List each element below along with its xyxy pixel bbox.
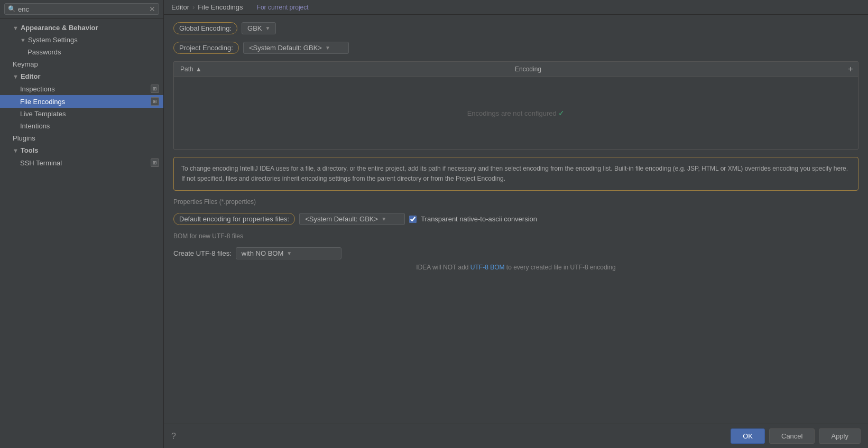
- transparent-checkbox-row: Transparent native-to-ascii conversion: [409, 215, 537, 223]
- table-empty-message: Encodings are not configured ✓: [174, 77, 858, 149]
- sidebar-item-keymap[interactable]: Keymap: [0, 58, 163, 70]
- breadcrumb-separator: ›: [192, 3, 195, 11]
- search-input-wrap[interactable]: 🔍 ✕: [4, 3, 159, 15]
- expand-arrow-system: ▼: [20, 37, 26, 43]
- sidebar: 🔍 ✕ ▼ Appearance & Behavior ▼ System Set…: [0, 0, 164, 448]
- cancel-button[interactable]: Cancel: [769, 428, 815, 444]
- global-encoding-dropdown-arrow: ▼: [265, 25, 270, 31]
- footer-buttons: OK Cancel Apply: [731, 428, 861, 444]
- project-encoding-label: Project Encoding:: [173, 42, 239, 54]
- ok-button[interactable]: OK: [731, 428, 765, 444]
- properties-section: Properties Files (*.properties) Default …: [173, 198, 858, 225]
- global-encoding-value: GBK: [247, 24, 262, 32]
- table-header: Path ▲ Encoding +: [174, 62, 858, 77]
- add-icon: +: [848, 64, 853, 74]
- content-body: Global Encoding: GBK ▼ Project Encoding:…: [164, 15, 868, 424]
- ssh-badge: ⊞: [151, 158, 159, 167]
- properties-section-title: Properties Files (*.properties): [173, 198, 858, 206]
- sidebar-item-editor[interactable]: ▼ Editor: [0, 70, 163, 82]
- sidebar-item-editor-label: Editor: [21, 72, 41, 80]
- create-utf8-arrow: ▼: [287, 250, 292, 256]
- content-area: Editor › File Encodings For current proj…: [164, 0, 868, 448]
- default-encoding-label: Default encoding for properties files:: [173, 213, 295, 225]
- properties-encoding-arrow: ▼: [381, 216, 386, 222]
- sidebar-item-passwords[interactable]: Passwords: [0, 46, 163, 58]
- sidebar-item-plugins[interactable]: Plugins: [0, 132, 163, 144]
- create-utf8-label: Create UTF-8 files:: [173, 249, 232, 257]
- transparent-label: Transparent native-to-ascii conversion: [421, 215, 537, 223]
- sidebar-item-system-settings-label: System Settings: [28, 36, 78, 44]
- properties-encoding-dropdown[interactable]: <System Default: GBK> ▼: [299, 213, 405, 225]
- sidebar-item-inspections[interactable]: Inspections ⊞: [0, 82, 163, 95]
- breadcrumb-parent: Editor: [171, 3, 189, 11]
- info-box: To change encoding IntelliJ IDEA uses fo…: [173, 157, 858, 191]
- utf-note: IDEA will NOT add UTF-8 BOM to every cre…: [173, 264, 858, 271]
- sidebar-item-intentions-label: Intentions: [20, 122, 50, 130]
- col-encoding-label: Encoding: [515, 66, 541, 73]
- note-link[interactable]: UTF-8 BOM: [470, 264, 505, 271]
- sidebar-item-file-encodings[interactable]: File Encodings ⊞: [0, 95, 163, 108]
- expand-arrow-appearance: ▼: [13, 25, 19, 31]
- project-encoding-dropdown-arrow: ▼: [325, 45, 330, 51]
- add-row-button[interactable]: +: [843, 62, 858, 77]
- global-encoding-label: Global Encoding:: [173, 22, 237, 34]
- transparent-checkbox[interactable]: [409, 216, 417, 223]
- sidebar-item-live-templates[interactable]: Live Templates: [0, 108, 163, 120]
- search-input[interactable]: [18, 5, 149, 13]
- col-encoding: Encoding: [509, 62, 843, 77]
- edit-icon: ✓: [558, 109, 565, 117]
- for-current-project-link[interactable]: For current project: [257, 4, 309, 11]
- nav-tree: ▼ Appearance & Behavior ▼ System Setting…: [0, 18, 163, 172]
- col-path-label: Path: [180, 66, 193, 73]
- project-encoding-row: Project Encoding: <System Default: GBK> …: [173, 42, 858, 54]
- create-utf8-value: with NO BOM: [242, 249, 283, 257]
- global-encoding-dropdown[interactable]: GBK ▼: [242, 22, 276, 34]
- sidebar-item-ssh-terminal-label: SSH Terminal: [20, 159, 62, 167]
- sidebar-item-appearance[interactable]: ▼ Appearance & Behavior: [0, 22, 163, 34]
- sidebar-item-ssh-terminal[interactable]: SSH Terminal ⊞: [0, 156, 163, 169]
- search-bar: 🔍 ✕: [0, 0, 163, 18]
- note-suffix: to every created file in UTF-8 encoding: [505, 264, 616, 271]
- inspections-badge: ⊞: [151, 85, 159, 93]
- sidebar-item-tools-label: Tools: [21, 146, 39, 154]
- expand-arrow-editor: ▼: [13, 73, 19, 80]
- file-encodings-badge: ⊞: [151, 97, 159, 106]
- col-path: Path ▲: [174, 62, 509, 77]
- create-utf8-row: Create UTF-8 files: with NO BOM ▼: [173, 247, 858, 259]
- sidebar-item-system-settings[interactable]: ▼ System Settings: [0, 34, 163, 46]
- sidebar-item-tools[interactable]: ▼ Tools: [0, 144, 163, 156]
- search-icon: 🔍: [8, 5, 16, 13]
- sort-asc-icon[interactable]: ▲: [196, 66, 202, 73]
- sidebar-item-plugins-label: Plugins: [13, 134, 35, 142]
- empty-text: Encodings are not configured: [467, 109, 557, 117]
- breadcrumb: Editor › File Encodings For current proj…: [164, 0, 868, 15]
- sidebar-item-live-templates-label: Live Templates: [20, 110, 66, 118]
- sidebar-item-appearance-label: Appearance & Behavior: [21, 24, 98, 32]
- breadcrumb-current: File Encodings: [198, 3, 243, 11]
- bom-section-title: BOM for new UTF-8 files: [173, 232, 858, 240]
- encodings-table: Path ▲ Encoding + Encodings are not conf…: [173, 61, 858, 150]
- create-utf8-dropdown[interactable]: with NO BOM ▼: [236, 247, 341, 259]
- footer: ? OK Cancel Apply: [164, 424, 868, 448]
- properties-encoding-row: Default encoding for properties files: <…: [173, 213, 858, 225]
- properties-encoding-value: <System Default: GBK>: [305, 215, 378, 223]
- sidebar-item-inspections-label: Inspections: [20, 85, 55, 93]
- project-encoding-dropdown[interactable]: <System Default: GBK> ▼: [243, 42, 349, 54]
- sidebar-item-file-encodings-label: File Encodings: [20, 98, 65, 106]
- project-encoding-value: <System Default: GBK>: [249, 44, 322, 52]
- info-text: To change encoding IntelliJ IDEA uses fo…: [181, 165, 848, 182]
- apply-button[interactable]: Apply: [819, 428, 861, 444]
- sidebar-item-keymap-label: Keymap: [13, 60, 38, 68]
- help-button[interactable]: ?: [171, 432, 176, 441]
- sidebar-item-intentions[interactable]: Intentions: [0, 120, 163, 132]
- note-prefix: IDEA will NOT add: [416, 264, 470, 271]
- expand-arrow-tools: ▼: [13, 147, 19, 154]
- global-encoding-row: Global Encoding: GBK ▼: [173, 22, 858, 34]
- bom-section: BOM for new UTF-8 files Create UTF-8 fil…: [173, 232, 858, 271]
- sidebar-item-passwords-label: Passwords: [27, 48, 61, 56]
- clear-search-icon[interactable]: ✕: [149, 5, 155, 13]
